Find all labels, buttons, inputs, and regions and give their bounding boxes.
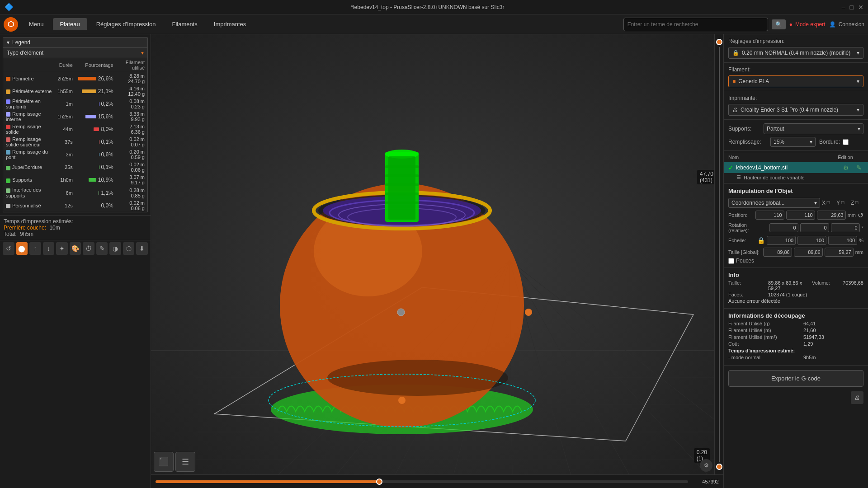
ech-z-input[interactable] [828,236,857,245]
pos-z-input[interactable] [817,211,846,220]
connexion-btn[interactable]: 👤 Connexion [829,21,864,28]
toolbar-export-btn[interactable]: ⬇ [136,242,148,255]
rot-z-input[interactable] [831,223,860,232]
maximize-btn[interactable]: □ [850,4,854,11]
svg-line-9 [509,260,723,488]
vertical-slider[interactable] [714,34,723,474]
coord-system-row: Coordonnées global... ▾ X ☐ Y ☐ Z ☐ [728,198,863,208]
slider-thumb[interactable] [376,479,382,485]
legend-row-duree: 3m [55,148,75,161]
taille-x-input[interactable] [763,248,792,257]
remplissage-chevron: ▾ [810,139,812,145]
viewport-settings-btn[interactable]: ⚙ [700,459,712,472]
toolbar-box-btn[interactable]: ⬡ [123,242,135,255]
minimize-btn[interactable]: – [842,4,845,11]
print-time-section: Temps d'impression estimés: Première cou… [0,215,151,240]
reglages-select[interactable]: 🔒 0.20 mm NORMAL (0.4 mm nozzle) (modifi… [728,47,863,59]
bordure-label: Bordure: [819,139,840,145]
legend-row-name: Remplissage solide [3,123,55,136]
object-row-main[interactable]: ✓ lebedev14_bottom.stl ⚙ ✎ [724,162,868,173]
filament-select[interactable]: ■ Generic PLA ▾ [728,75,863,87]
ech-y-input[interactable] [797,236,826,245]
menu-filaments-btn[interactable]: Filaments [165,18,204,30]
export-icon-btn[interactable]: 🖨 [851,391,863,404]
object-settings-btn[interactable]: ✎ [854,164,863,171]
remplissage-select[interactable]: 15% ▾ [770,137,816,147]
supports-val: Partout [767,126,784,132]
pos-x-input[interactable] [755,211,784,220]
toolbar-magic-btn[interactable]: ✦ [56,242,68,255]
object-name: lebedev14_bottom.stl [736,164,841,171]
legend-row: Remplissage solide 44m 8,0% 2.13 m 6.36 … [3,123,147,136]
object-edit-btn[interactable]: ⚙ [841,164,851,171]
svg-point-40 [398,397,406,404]
filament-g-key: Filament Utilisé (g) [728,321,801,326]
viewport[interactable]: 47.70 (431) 0.20 (1) ⬛ ☰ ⚙ 457392 [151,34,723,488]
legend-row-filament: 3.33 m 9.93 g [116,110,147,123]
right-panel: Réglages d'impression: 🔒 0.20 mm NORMAL … [723,34,868,488]
legend-row-duree: 25s [55,161,75,174]
slider-track[interactable] [156,480,688,483]
filament-val: Generic PLA [738,78,769,84]
legend-pct-bar-cell: 0,6% [78,151,113,158]
toolbar-edit-btn[interactable]: ✎ [96,242,108,255]
pos-reset-btn[interactable]: ↺ [858,211,863,220]
legend-header[interactable]: ▾ Legend [3,38,147,48]
export-gcode-btn[interactable]: Exporter le G-code [728,370,863,387]
toolbar-down-btn[interactable]: ↓ [43,242,55,255]
vert-slider-thumb-bot[interactable] [716,464,722,470]
slider-fill [156,480,379,483]
coord-dropdown[interactable]: Coordonnées global... ▾ [728,198,820,208]
no-error-row: Aucune erreur détectée [728,298,863,304]
no-error-label: Aucune erreur détectée [728,298,780,304]
premiere-couche-val: 10m [49,225,60,231]
legend-row: Remplissage du pont 3m 0,6% 0.20 m 0.59 … [3,148,147,161]
ech-x-input[interactable] [767,236,796,245]
filament-m-row: Filament Utilisé (m) 21,60 [728,328,863,333]
svg-point-37 [397,309,405,316]
info-title: Info [728,272,863,278]
view-layers-btn[interactable]: ☰ [175,452,195,472]
taille-y-input[interactable] [794,248,823,257]
legend-row-duree: 12s [55,199,75,212]
imprimante-select[interactable]: 🖨 Creality Ender-3 S1 Pro (0.4 mm nozzle… [728,104,863,116]
svg-rect-34 [385,183,419,186]
svg-line-8 [509,260,723,488]
object-row-icons: ⚙ ✎ [841,164,863,171]
rot-x-input[interactable] [769,223,798,232]
search-btn[interactable]: 🔍 [772,19,786,29]
taille-z-input[interactable] [825,248,854,257]
menu-imprimantes-btn[interactable]: Imprimantes [207,18,254,30]
total-label: Total: [4,231,17,237]
toolbar-objects-btn[interactable]: ⬤ [16,242,28,255]
toolbar-up-btn[interactable]: ↑ [29,242,41,255]
vert-slider-thumb-top[interactable] [716,39,722,45]
toolbar-palette-btn[interactable]: 🎨 [70,242,81,255]
legend-row-duree: 44m [55,123,75,136]
pouces-checkbox[interactable] [728,258,734,264]
mode-expert-indicator: ● Mode expert [789,21,826,28]
search-input[interactable] [623,18,768,31]
toolbar-time-btn[interactable]: ⏱ [83,242,94,255]
bordure-checkbox[interactable] [843,139,849,145]
lock-btn[interactable]: 🔒 [757,237,765,244]
view-3d-btn[interactable]: ⬛ [154,452,174,472]
menu-plateau-btn[interactable]: Plateau [53,18,87,30]
filament-chevron: ▾ [857,78,859,84]
legend-row: Remplissage solide supérieur 37s 0,1% 0.… [3,136,147,148]
legend-row-duree: 6m [55,186,75,199]
toolbar-undo-btn[interactable]: ↺ [3,242,14,255]
menu-menu-btn[interactable]: Menu [22,18,51,30]
toolbar-paint-btn[interactable]: ◑ [109,242,121,255]
menu-reglages-btn[interactable]: Réglages d'Impression [89,18,163,30]
object-list-header: Nom Édition [724,153,868,162]
rot-y-input[interactable] [800,223,829,232]
pos-y-input[interactable] [786,211,815,220]
close-btn[interactable]: ✕ [858,4,863,11]
legend-pct-bar [78,77,96,80]
supports-select[interactable]: Partout ▾ [764,123,863,134]
legend-row-filament: 0.08 m 0.23 g [116,98,147,110]
faces-val: 102374 (1 coque) [768,292,807,297]
pouces-label[interactable]: Pouces [728,258,754,264]
pos-unit: mm [848,212,856,218]
